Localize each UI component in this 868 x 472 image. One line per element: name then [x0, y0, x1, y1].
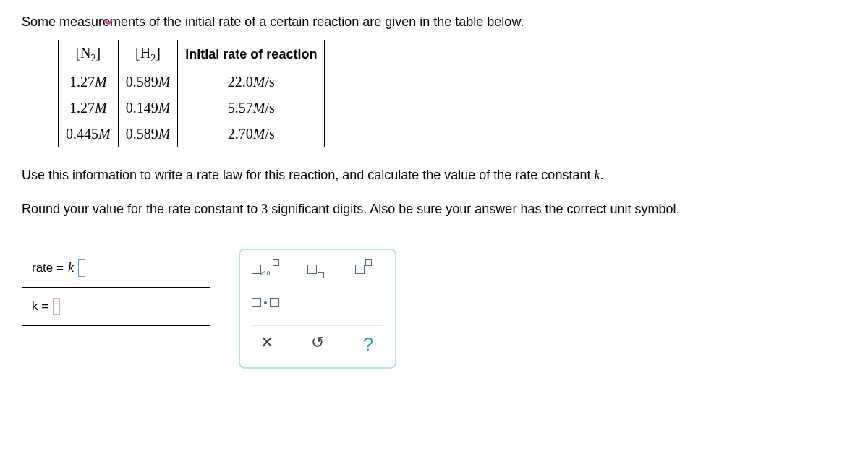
k-row: k =: [22, 288, 210, 325]
superscript-button[interactable]: [352, 259, 374, 280]
k-label: k =: [32, 299, 48, 314]
instruction-1: Use this information to write a rate law…: [22, 165, 846, 186]
tool-panel: x10 ✕ ↺ ?: [239, 249, 396, 369]
subscript-button[interactable]: [305, 259, 326, 280]
table-row: 0.445M 0.589M 2.70M/s: [59, 121, 325, 147]
help-button[interactable]: ?: [357, 333, 379, 356]
collapse-chevron-icon[interactable]: ⌄: [101, 9, 116, 29]
multiply-button[interactable]: [252, 292, 279, 314]
header-rate: initial rate of reaction: [178, 40, 325, 69]
clear-button[interactable]: ✕: [256, 333, 278, 356]
intro-text: Some measurements of the initial rate of…: [22, 14, 846, 30]
data-table: [N2] [H2] initial rate of reaction 1.27M…: [58, 40, 325, 147]
rate-row: rate = k: [22, 249, 210, 288]
k-input[interactable]: [53, 298, 60, 315]
reset-button[interactable]: ↺: [307, 333, 328, 356]
table-row: 1.27M 0.149M 5.57M/s: [59, 95, 325, 121]
rate-label: rate =: [32, 261, 64, 275]
instruction-2: Round your value for the rate constant t…: [22, 199, 846, 220]
rate-input[interactable]: [78, 259, 85, 277]
sci-notation-button[interactable]: x10: [252, 259, 278, 280]
table-row: 1.27M 0.589M 22.0M/s: [59, 69, 325, 95]
header-n2: [N2]: [59, 40, 119, 69]
answer-box: rate = k k =: [22, 249, 210, 326]
header-h2: [H2]: [118, 40, 178, 69]
k-symbol: k: [68, 260, 74, 275]
